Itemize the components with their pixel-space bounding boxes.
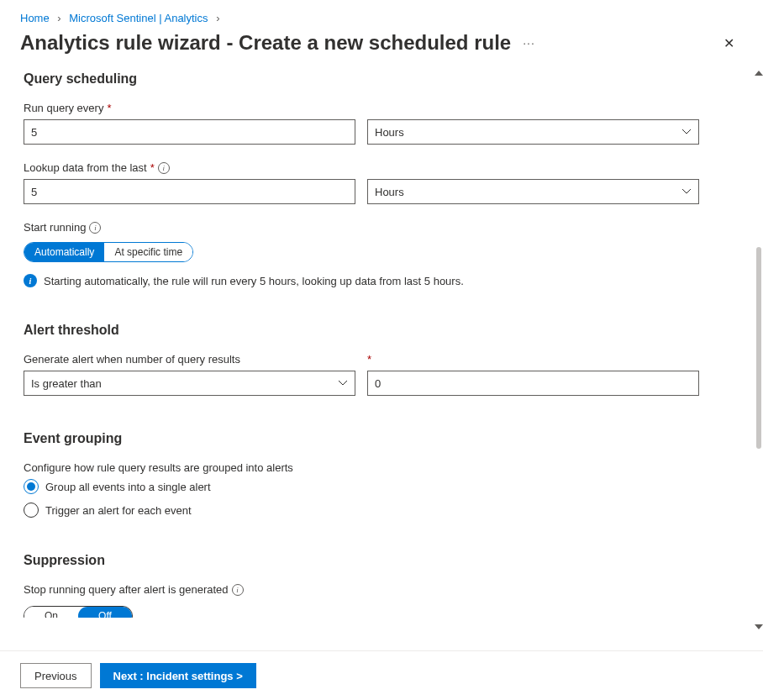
scheduling-info-text: i Starting automatically, the rule will …: [24, 274, 739, 287]
section-heading: Event grouping: [24, 431, 739, 446]
threshold-value-input[interactable]: [367, 371, 699, 396]
required-star: *: [107, 102, 111, 114]
start-specific-time-option[interactable]: At specific time: [104, 243, 192, 261]
info-icon[interactable]: i: [232, 584, 244, 596]
start-automatically-option[interactable]: Automatically: [24, 243, 104, 261]
breadcrumb: Home › Microsoft Sentinel | Analytics ›: [0, 0, 763, 24]
scroll-down-icon[interactable]: [755, 624, 763, 629]
section-heading: Suppression: [24, 553, 739, 568]
header: Analytics rule wizard - Create a new sch…: [0, 24, 763, 63]
lookup-value-input[interactable]: [24, 179, 355, 204]
run-every-unit-select[interactable]: Hours: [367, 119, 699, 145]
suppression-stop-label: Stop running query after alert is genera…: [24, 583, 739, 596]
label-text: Run query every: [24, 102, 103, 114]
breadcrumb-sentinel[interactable]: Microsoft Sentinel | Analytics: [69, 12, 208, 24]
section-query-scheduling: Query scheduling Run query every * Hours…: [24, 71, 739, 287]
footer: Previous Next : Incident settings >: [0, 650, 763, 700]
section-heading: Query scheduling: [24, 71, 739, 87]
chevron-right-icon: ›: [216, 12, 219, 24]
run-every-label: Run query every *: [24, 102, 739, 114]
radio-icon: [24, 479, 39, 494]
previous-button[interactable]: Previous: [20, 663, 92, 688]
chevron-down-icon: [681, 187, 692, 197]
suppression-on-option[interactable]: On: [24, 607, 78, 618]
section-heading: Alert threshold: [24, 323, 739, 338]
radio-label: Trigger an alert for each event: [45, 504, 192, 517]
suppression-toggle: On Off: [24, 606, 133, 618]
scroll-up-icon[interactable]: [755, 71, 763, 76]
required-star: *: [150, 161, 155, 174]
threshold-operator-select[interactable]: Is greater than: [24, 371, 355, 396]
lookup-label: Lookup data from the last * i: [24, 161, 739, 174]
lookup-unit-select[interactable]: Hours: [367, 179, 699, 204]
grouping-config-label: Configure how rule query results are gro…: [24, 461, 739, 474]
close-icon[interactable]: ✕: [724, 35, 734, 51]
page-title: Analytics rule wizard - Create a new sch…: [20, 31, 511, 55]
select-value: Hours: [375, 126, 404, 139]
label-text: Lookup data from the last: [24, 161, 147, 174]
main-content: Query scheduling Run query every * Hours…: [0, 63, 763, 618]
info-icon: i: [24, 274, 37, 287]
more-icon[interactable]: ···: [523, 36, 535, 50]
start-running-toggle: Automatically At specific time: [24, 242, 193, 262]
chevron-right-icon: ›: [57, 12, 61, 24]
section-alert-threshold: Alert threshold Generate alert when numb…: [24, 323, 739, 396]
info-icon[interactable]: i: [158, 162, 170, 174]
radio-label: Group all events into a single alert: [45, 481, 211, 493]
threshold-value-label: *: [367, 353, 699, 366]
grouping-each-event-radio[interactable]: Trigger an alert for each event: [24, 503, 739, 518]
select-value: Is greater than: [31, 377, 102, 390]
label-text: Stop running query after alert is genera…: [24, 583, 229, 596]
start-running-label: Start running i: [24, 221, 739, 234]
next-button[interactable]: Next : Incident settings >: [100, 663, 256, 688]
label-text: Start running: [24, 221, 86, 234]
scrollbar[interactable]: [755, 71, 763, 629]
generate-alert-label: Generate alert when number of query resu…: [24, 353, 355, 366]
required-star: *: [367, 353, 371, 366]
section-suppression: Suppression Stop running query after ale…: [24, 553, 739, 618]
radio-icon: [24, 503, 39, 518]
run-every-value-input[interactable]: [24, 119, 355, 145]
chevron-down-icon: [338, 378, 348, 388]
scroll-thumb[interactable]: [756, 247, 761, 449]
suppression-off-option[interactable]: Off: [78, 607, 132, 618]
grouping-single-alert-radio[interactable]: Group all events into a single alert: [24, 479, 739, 494]
info-text: Starting automatically, the rule will ru…: [44, 275, 464, 287]
chevron-down-icon: [681, 127, 692, 137]
select-value: Hours: [375, 186, 404, 198]
section-event-grouping: Event grouping Configure how rule query …: [24, 431, 739, 518]
breadcrumb-home[interactable]: Home: [20, 12, 50, 24]
info-icon[interactable]: i: [89, 222, 101, 234]
